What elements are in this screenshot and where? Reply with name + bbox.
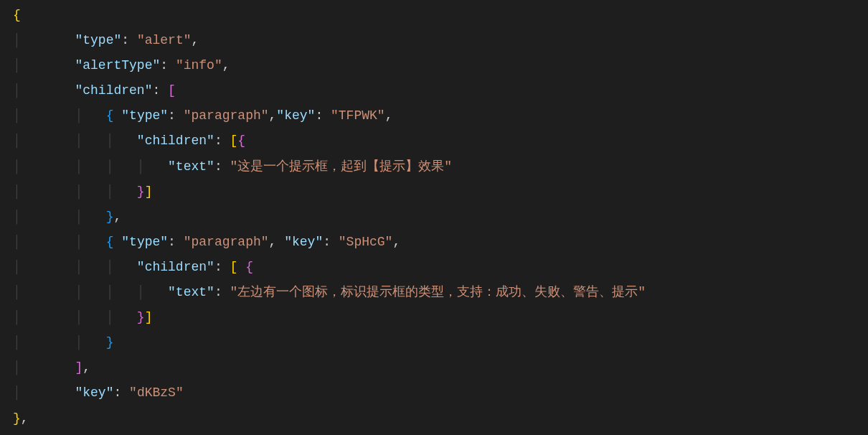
json-key-alerttype: "alertType" xyxy=(75,58,160,72)
bracket-open: [ xyxy=(230,134,238,148)
bracket-close: ] xyxy=(145,184,153,199)
json-key-type: "type" xyxy=(121,108,168,123)
json-string: "paragraph" xyxy=(184,235,269,249)
json-key-children: "children" xyxy=(137,134,214,148)
json-key-children: "children" xyxy=(137,260,214,274)
json-string: "alert" xyxy=(137,33,192,47)
bracket-open: [ xyxy=(230,260,238,274)
bracket-close: ] xyxy=(75,360,82,375)
brace-close: } xyxy=(106,210,114,224)
code-block: { │ "type": "alert", │ "alertType": "inf… xyxy=(0,0,868,431)
brace-close: } xyxy=(137,184,145,199)
json-key-children: "children" xyxy=(75,83,152,98)
json-string: "info" xyxy=(176,58,222,72)
brace-open: { xyxy=(106,235,114,249)
json-string: "paragraph" xyxy=(184,108,269,123)
json-string: "左边有一个图标，标识提示框的类型，支持：成功、失败、警告、提示" xyxy=(230,285,646,299)
json-key-type: "type" xyxy=(121,235,168,249)
brace-open: { xyxy=(106,108,114,123)
json-key-key: "key" xyxy=(284,235,323,249)
json-string: "dKBzS" xyxy=(129,385,184,400)
brace-close: } xyxy=(137,310,145,324)
json-key-key: "key" xyxy=(276,108,315,123)
brace-close: } xyxy=(106,335,114,350)
json-string: "TFPWK" xyxy=(331,108,385,123)
json-string: "这是一个提示框，起到【提示】效果" xyxy=(230,159,453,174)
brace-open: { xyxy=(245,260,253,274)
brace-open: { xyxy=(13,8,21,22)
bracket-close: ] xyxy=(145,310,153,324)
brace-open: { xyxy=(237,134,245,148)
json-key-text: "text" xyxy=(168,285,214,299)
brace-close: } xyxy=(13,411,21,426)
json-string: "SpHcG" xyxy=(339,235,393,249)
bracket-open: [ xyxy=(168,83,176,98)
json-key-key: "key" xyxy=(75,385,113,400)
json-key-type: "type" xyxy=(75,33,121,47)
json-key-text: "text" xyxy=(168,159,214,174)
